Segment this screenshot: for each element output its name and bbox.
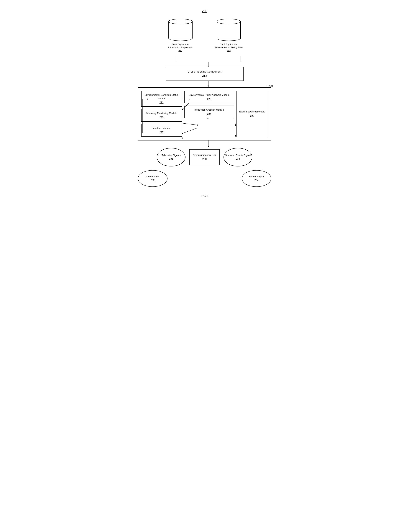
database-212: Rack Equipment Environmental Policy Plan… <box>214 19 243 53</box>
right-column: Event Spawning Module 225 <box>236 91 268 137</box>
center-column: Environmental Policy Analysis Module 222… <box>184 91 234 118</box>
module-221: Environmental Condition Status Module 22… <box>141 91 182 107</box>
system-label: ←220 <box>266 84 273 87</box>
left-column: Environmental Condition Status Module 22… <box>141 91 182 137</box>
comm-top-row: Telemetry Signals 231 Communication Link… <box>138 148 271 167</box>
system-to-comm-svg <box>136 140 281 148</box>
cross-indexing-box: Cross Indexing Component 213 <box>166 67 243 81</box>
module-227: Interface Module 227 <box>141 124 182 137</box>
db-connectors-svg <box>136 56 281 67</box>
module-222: Environmental Policy Analysis Module 222 <box>184 91 234 103</box>
svg-marker-6 <box>208 85 209 87</box>
database-211: Rack Equipment Information Repository 21… <box>166 19 195 53</box>
cross-to-system-svg <box>136 81 281 87</box>
db-label-211: Rack Equipment Information Repository 21… <box>166 43 195 53</box>
module-225: Event Spawning Module 225 <box>236 91 268 137</box>
ellipse-233: Spawned Events Signal 233 <box>223 148 252 167</box>
bottom-ellipses-row: Commodity 232 Events Signal 234 <box>138 170 271 187</box>
diagram-page: 200 Rack Equipment Information Repositor… <box>132 4 277 209</box>
figure-label: FIG 2 <box>136 194 273 198</box>
cyl-top-211 <box>168 19 193 24</box>
diagram-title: 200 <box>136 9 273 13</box>
db-label-212: Rack Equipment Environmental Policy Plan… <box>214 43 243 53</box>
database-row: Rack Equipment Information Repository 21… <box>136 19 273 53</box>
svg-marker-27 <box>208 146 209 147</box>
module-224: Instruction Creation Module 224 <box>184 106 234 118</box>
cylinder-212 <box>217 19 241 41</box>
cyl-top-212 <box>217 19 241 24</box>
comm-link-box: Communication Link 230 <box>189 149 220 165</box>
ellipse-231: Telemetry Signals 231 <box>157 148 186 167</box>
system-box-220: ←220 Environmental Condition Status Modu… <box>138 87 271 140</box>
cylinder-211 <box>168 19 193 41</box>
ellipse-234: Events Signal 234 <box>242 170 271 187</box>
comm-h-lines-svg <box>136 167 281 168</box>
ellipse-232: Commodity 232 <box>138 170 167 187</box>
svg-marker-25 <box>182 137 183 139</box>
module-223: Telemetry Monitoring Module 223 <box>141 109 182 121</box>
modules-grid: Environmental Condition Status Module 22… <box>141 91 268 137</box>
